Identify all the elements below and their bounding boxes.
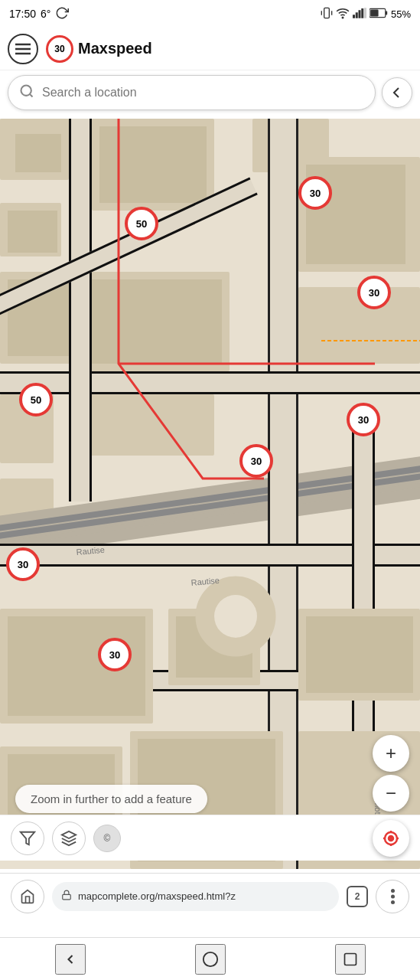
svg-rect-19 bbox=[15, 134, 61, 172]
svg-point-3 bbox=[342, 17, 343, 18]
speed-sign-50-1[interactable]: 50 bbox=[125, 207, 158, 240]
sync-icon bbox=[55, 6, 69, 22]
svg-rect-90 bbox=[344, 953, 356, 965]
layers-button[interactable] bbox=[52, 822, 86, 855]
svg-line-16 bbox=[30, 94, 33, 97]
map-svg: Rautise Rautise Inis Mote r bbox=[0, 115, 420, 873]
svg-rect-24 bbox=[8, 211, 57, 253]
svg-rect-21 bbox=[99, 126, 207, 203]
svg-rect-41 bbox=[296, 119, 298, 869]
svg-rect-33 bbox=[84, 279, 222, 364]
svg-point-86 bbox=[391, 889, 395, 893]
speed-sign-30-4[interactable]: 30 bbox=[239, 444, 273, 478]
zoom-in-button[interactable]: + bbox=[373, 735, 409, 772]
search-bar bbox=[0, 70, 420, 115]
svg-rect-8 bbox=[364, 8, 366, 18]
zoom-controls: + − bbox=[373, 735, 409, 812]
svg-marker-77 bbox=[21, 831, 34, 844]
svg-rect-85 bbox=[63, 894, 71, 899]
zoom-hint: Zoom in further to add a feature bbox=[15, 785, 207, 813]
map-container[interactable]: Rautise Rautise Inis Mote r 30 50 30 50 … bbox=[0, 115, 420, 873]
nav-square-button[interactable] bbox=[335, 944, 366, 975]
maxspeed-badge: 30 bbox=[46, 35, 73, 63]
browser-bar: mapcomplete.org/maxspeed.html?z 2 bbox=[0, 873, 420, 919]
speed-sign-30-1[interactable]: 30 bbox=[298, 176, 332, 210]
status-bar: 17:50 6° 55% bbox=[0, 0, 420, 28]
browser-tab-count[interactable]: 2 bbox=[347, 886, 368, 907]
app-bar: 30 Maxspeed bbox=[0, 28, 420, 70]
time: 17:50 bbox=[9, 8, 36, 20]
svg-rect-5 bbox=[356, 12, 358, 18]
speed-sign-30-5[interactable]: 30 bbox=[6, 547, 40, 581]
temperature: 6° bbox=[41, 8, 50, 20]
svg-rect-6 bbox=[358, 10, 360, 18]
copyright-button[interactable]: © bbox=[93, 825, 121, 852]
search-input[interactable] bbox=[42, 86, 364, 100]
speed-sign-30-3[interactable]: 30 bbox=[347, 403, 380, 436]
svg-point-80 bbox=[389, 836, 393, 841]
vibrate-icon bbox=[321, 7, 333, 21]
svg-rect-10 bbox=[386, 11, 387, 15]
search-input-wrapper[interactable] bbox=[8, 75, 376, 110]
svg-point-15 bbox=[21, 86, 31, 96]
filter-button[interactable] bbox=[11, 822, 44, 855]
svg-rect-0 bbox=[324, 8, 330, 18]
nav-back-button[interactable] bbox=[55, 944, 86, 975]
back-button[interactable] bbox=[382, 77, 412, 108]
svg-rect-34 bbox=[77, 394, 214, 456]
svg-rect-42 bbox=[0, 371, 420, 394]
battery-percent: 55% bbox=[391, 8, 411, 20]
locate-button[interactable] bbox=[373, 820, 409, 857]
svg-rect-50 bbox=[90, 119, 92, 501]
svg-rect-67 bbox=[306, 616, 413, 693]
browser-home-button[interactable] bbox=[11, 880, 44, 913]
app-title-area: 30 Maxspeed bbox=[46, 35, 152, 63]
svg-rect-44 bbox=[0, 392, 420, 394]
app-title: Maxspeed bbox=[78, 40, 152, 57]
svg-rect-7 bbox=[361, 8, 363, 18]
status-left: 17:50 6° bbox=[9, 6, 69, 22]
battery-icon bbox=[370, 8, 388, 21]
status-right: 55% bbox=[321, 6, 411, 22]
speed-sign-30-6[interactable]: 30 bbox=[98, 638, 132, 671]
svg-point-87 bbox=[391, 894, 395, 898]
speed-sign-50-2[interactable]: 50 bbox=[19, 383, 53, 416]
svg-point-89 bbox=[203, 952, 217, 965]
zoom-out-button[interactable]: − bbox=[373, 775, 409, 812]
svg-rect-4 bbox=[353, 15, 355, 18]
svg-rect-49 bbox=[69, 119, 71, 501]
signal-icon bbox=[353, 8, 366, 21]
browser-url: mapcomplete.org/maxspeed.html?z bbox=[78, 890, 236, 902]
svg-rect-11 bbox=[370, 9, 378, 16]
svg-marker-78 bbox=[62, 831, 76, 838]
nav-home-button[interactable] bbox=[195, 944, 226, 975]
browser-menu-button[interactable] bbox=[376, 880, 409, 913]
browser-url-area[interactable]: mapcomplete.org/maxspeed.html?z bbox=[52, 882, 339, 911]
svg-point-72 bbox=[214, 595, 257, 638]
svg-rect-43 bbox=[0, 371, 420, 374]
wifi-icon bbox=[336, 6, 350, 22]
browser-nav bbox=[0, 937, 420, 980]
svg-rect-48 bbox=[69, 119, 92, 501]
menu-button[interactable] bbox=[8, 34, 38, 64]
search-icon bbox=[19, 83, 34, 102]
lock-icon bbox=[61, 890, 72, 903]
svg-point-88 bbox=[391, 900, 395, 904]
map-toolbar: © bbox=[0, 815, 420, 861]
speed-sign-30-2[interactable]: 30 bbox=[357, 276, 391, 309]
